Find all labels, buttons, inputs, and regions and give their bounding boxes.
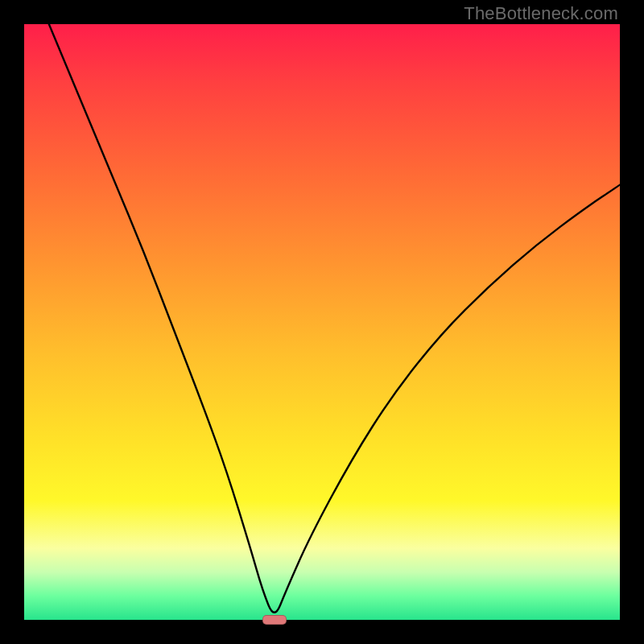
chart-frame: TheBottleneck.com bbox=[0, 0, 644, 644]
watermark-text: TheBottleneck.com bbox=[464, 3, 618, 24]
optimum-marker bbox=[262, 615, 287, 625]
bottleneck-curve bbox=[24, 24, 620, 620]
curve-path bbox=[24, 24, 620, 613]
plot-area bbox=[24, 24, 620, 620]
